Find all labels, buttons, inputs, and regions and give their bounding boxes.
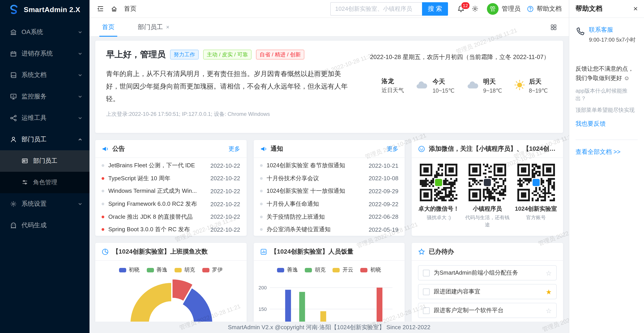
contact-service-link[interactable]: 联系客服 [589,26,636,34]
sidebar-item-monitor[interactable]: 监控服务 [0,86,90,107]
chevron-up-icon [78,137,82,142]
todo-card: 已办待办 为SmartAdmin前端小组分配任务 跟进团建内容事宜 [411,242,563,321]
app-root: SmartAdmin 2.X OA系统 进销存系统 系统文档 监控服务 [0,0,644,333]
global-search: 搜 索 [330,2,448,15]
contact-service: 联系客服 9:00-17:00 5x7小时 [576,26,638,44]
bullet-dot [102,177,104,180]
todo-checkbox[interactable] [423,270,430,276]
bullet-dot [260,215,262,218]
announcement-item[interactable]: Spring Framework 6.0.0 RC2 发布2022-10-22 [95,198,246,210]
greeting-title: 早上好，管理员 [106,49,166,60]
notice-card: 通知 更多 1024创新实验室 春节放假通知2022-10-21 十月份技术分享… [253,140,405,236]
smiley-icon [418,145,425,152]
announcement-more-link[interactable]: 更多 [228,145,240,153]
bar-chart: 200150 [254,275,405,321]
sliders-icon [22,179,29,186]
share-nodes-icon [10,114,17,122]
user-name: 管理员 [502,5,520,13]
all-docs-link[interactable]: 查看全部文档 >> [576,148,638,156]
todo-item[interactable]: 跟进客户定制一个软件平台 [418,303,556,318]
chevron-down-icon [78,202,82,206]
notice-item[interactable]: 1024创新实验室 十一放假通知2022-09-29 [254,185,404,197]
announcement-item[interactable]: JetBrains Fleet 公测，下一代 IDE2022-10-22 [95,159,246,172]
sidebar-item-erp[interactable]: 进销存系统 [0,43,90,64]
sidebar-item-codegen[interactable]: 代码生成 [0,215,90,236]
book-icon [10,71,17,79]
breadcrumb[interactable]: 首页 [124,5,136,13]
tab-home[interactable]: 首页 [101,18,116,36]
close-tab-icon[interactable] [166,24,170,30]
star-icon [418,248,425,255]
tag-proactive: 主动 / 皮实 / 可靠 [203,50,252,59]
feedback-item[interactable]: app版本什么时候能推出？ [576,87,638,102]
tab-dept-staff[interactable]: 部门员工 [137,18,170,36]
phone-icon [576,27,585,36]
legend-chip [147,268,154,272]
star-toggle-icon[interactable] [546,270,552,276]
contact-hours: 9:00-17:00 5x7小时 [589,36,636,44]
notice-item[interactable]: 十月份技术分享会议2022-10-08 [254,172,404,185]
menu-collapse-icon[interactable] [97,5,104,12]
feedback-link[interactable]: 我也要反馈 [576,120,638,128]
close-panel-icon[interactable] [633,5,638,12]
sidebar-subitem-dept-staff[interactable]: 部门员工 [0,150,90,172]
todo-checkbox[interactable] [423,288,430,295]
bullet-dot [102,215,104,218]
legend-chip [202,268,210,272]
announcement-title: 公告 [112,145,225,153]
tag-hard-work: 努力工作 [170,50,199,59]
announcement-item[interactable]: TypeScript 诞生 10 周年2022-10-22 [95,172,246,185]
bar-chart-card: 【1024创新实验室】人员饭量 善逸 胡克 开云 初晓 200150 [253,242,405,321]
bar-chart-icon [260,248,267,255]
help-panel-title: 帮助文档 [576,4,633,13]
search-button[interactable]: 搜 索 [422,2,448,15]
pie-chart-title: 【1024创新实验室】上班摸鱼次数 [112,248,240,256]
notice-item[interactable]: 办公室消杀关键位置通知2022-05-19 [254,223,404,236]
bullet-dot [260,190,262,193]
notice-more-link[interactable]: 更多 [387,145,398,153]
announcement-item[interactable]: Spring Boot 3.0.0 首个 RC 发布2022-10-22 [95,223,246,236]
user-menu[interactable]: 管 管理员 [487,3,520,14]
chevron-down-icon [78,30,82,34]
bullet-dot [260,164,262,167]
chevron-down-icon [78,73,82,77]
notice-item[interactable]: 关于疫情防控上班通知2022-06-28 [254,210,404,223]
legend-chip [277,268,284,272]
notice-item[interactable]: 1024创新实验室 春节放假通知2022-10-21 [254,159,404,172]
announcement-item[interactable]: Oracle 推出 JDK 8 的直接替代品2022-10-22 [95,210,246,223]
divider [576,139,638,140]
dashboard-content: 早上好，管理员 努力工作 主动 / 皮实 / 可靠 自省 / 精进 / 创新 2… [90,37,569,321]
settings-gear-icon[interactable] [471,5,479,12]
sidebar-item-oa[interactable]: OA系统 [0,21,90,43]
tag-self-improve: 自省 / 精进 / 创新 [256,50,304,59]
qr-code [517,164,555,201]
sidebar-subitem-role-manage[interactable]: 角色管理 [0,172,90,193]
todo-checkbox[interactable] [423,307,430,314]
feedback-item[interactable]: 顶部菜单希望能尽快实现 [576,106,638,114]
sidebar-item-ops-tools[interactable]: 运维工具 [0,107,90,129]
tab-layout-grid-icon[interactable] [550,23,557,31]
sidebar-item-settings[interactable]: 系统设置 [0,193,90,215]
legend-chip [360,268,368,272]
bullet-dot [102,228,104,231]
announcement-item[interactable]: Windows Terminal 正式成为 Win...2022-10-22 [95,185,246,197]
todo-item[interactable]: 为SmartAdmin前端小组分配任务 [418,265,556,281]
search-input[interactable] [330,2,422,15]
legend-chip [174,268,182,272]
star-toggle-icon[interactable] [546,288,552,295]
star-toggle-icon[interactable] [546,307,552,314]
notice-item[interactable]: 十月份人事任命通知2022-09-22 [254,198,404,210]
ghost-icon [10,222,17,229]
sidebar-item-dept[interactable]: 部门员工 [0,129,90,150]
notification-bell[interactable]: 12 [457,5,465,13]
sidebar-item-docs[interactable]: 系统文档 [0,64,90,86]
help-doc-button[interactable]: 帮助文档 [527,5,562,13]
feedback-title: 反馈让您不满意的点，我们争取做到更好 ☺ [576,64,638,83]
todo-item[interactable]: 跟进团建内容事宜 [418,284,556,299]
bullet-dot [260,228,262,231]
home-icon[interactable] [110,5,118,12]
app-logo[interactable]: SmartAdmin 2.X [0,0,90,20]
bar-legend: 善逸 胡克 开云 初晓 [254,261,404,275]
sidebar: SmartAdmin 2.X OA系统 进销存系统 系统文档 监控服务 [0,0,90,333]
logo-icon [7,3,20,16]
